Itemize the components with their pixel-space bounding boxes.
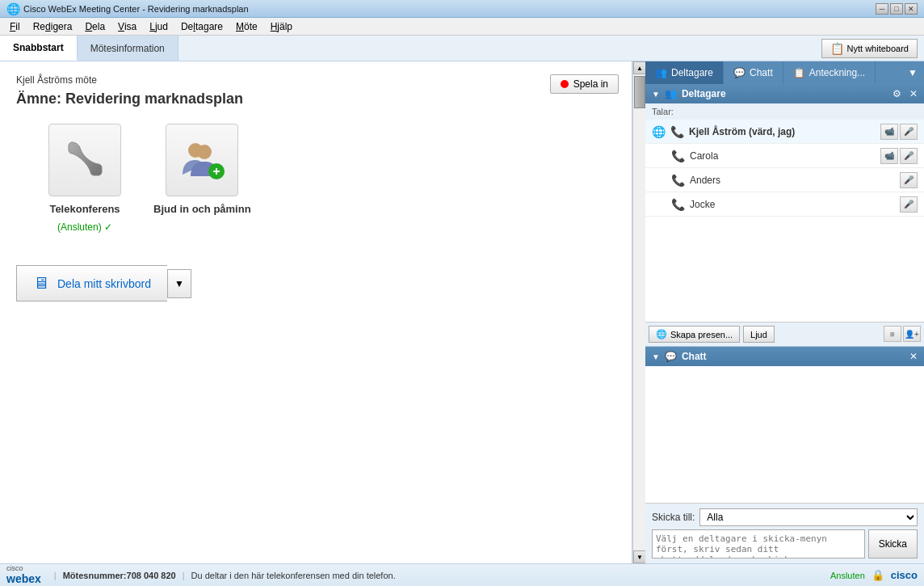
mute-btn[interactable]: 🎤	[900, 172, 918, 188]
participant-row: 📞 Jocke 🎤	[645, 192, 924, 217]
add-participant-button[interactable]: 👤+	[903, 326, 921, 342]
chat-title: Chatt	[682, 351, 905, 362]
message-input[interactable]	[652, 529, 865, 559]
menu-fil[interactable]: Fil	[3, 19, 27, 34]
scroll-track	[633, 74, 645, 550]
panel-tab-anteckning[interactable]: 📋 Anteckning...	[783, 61, 876, 84]
content-scrollbar[interactable]: ▲ ▼	[632, 61, 645, 563]
chat-header: ▼ 💬 Chatt ✕	[645, 347, 924, 366]
participant-controls: 📹 🎤	[880, 148, 918, 164]
menu-deltagare[interactable]: Deltagare	[174, 19, 229, 34]
menu-redigera[interactable]: Redigera	[27, 19, 79, 34]
deltagare-section-title: Deltagare	[682, 88, 888, 99]
deltagare-tab-label: Deltagare	[671, 67, 713, 78]
chatt-tab-label: Chatt	[750, 67, 773, 78]
send-button[interactable]: Skicka	[868, 529, 918, 559]
meeting-number: Mötesnummer:708 040 820	[63, 571, 176, 580]
status-separator2: |	[183, 571, 185, 580]
menu-visa[interactable]: Visa	[111, 19, 143, 34]
share-container: 🖥 Dela mitt skrivbord ▼	[16, 265, 615, 301]
right-panel: 👥 Deltagare 💬 Chatt 📋 Anteckning... ▼ ▼ …	[645, 61, 924, 563]
menu-ljud[interactable]: Ljud	[143, 19, 174, 34]
panel-tabs: 👥 Deltagare 💬 Chatt 📋 Anteckning... ▼	[645, 61, 924, 84]
participant-name: Kjell Åström (värd, jag)	[689, 126, 876, 137]
phone-icon: 📞	[671, 150, 685, 162]
scroll-up-button[interactable]: ▲	[633, 61, 646, 74]
participant-name: Jocke	[690, 199, 895, 210]
participant-row: 🌐 📞 Kjell Åström (värd, jag) 📹 🎤	[645, 120, 924, 144]
telekonferens-label: Telekonferens	[49, 203, 120, 215]
telekonferens-item[interactable]: Telekonferens (Ansluten) ✓	[48, 124, 121, 233]
talar-label: Talar:	[645, 103, 924, 120]
telekonferens-status: (Ansluten) ✓	[57, 221, 112, 233]
list-view-button[interactable]: ≡	[884, 326, 901, 342]
send-to-label: Skicka till:	[652, 512, 695, 523]
app-icon: 🌐	[6, 2, 20, 15]
participant-name: Anders	[690, 175, 895, 186]
collapse-chat-icon[interactable]: ▼	[652, 352, 660, 361]
minimize-button[interactable]: ─	[876, 3, 888, 15]
scroll-thumb[interactable]	[634, 76, 645, 108]
status-bar: cisco webex | Mötesnummer:708 040 820 | …	[0, 563, 924, 586]
window-controls: ─ □ ✕	[876, 3, 918, 15]
participant-list: 🌐 📞 Kjell Åström (värd, jag) 📹 🎤 📞 Carol…	[645, 120, 924, 322]
close-chat-icon[interactable]: ✕	[909, 351, 918, 362]
secure-icon: 🔒	[872, 569, 884, 581]
invite-icon	[176, 134, 228, 186]
menu-mote[interactable]: Möte	[229, 19, 264, 34]
tab-motesinformation[interactable]: Mötesinformation	[78, 36, 178, 61]
participant-name: Carola	[690, 150, 876, 162]
participant-row: 📞 Carola 📹 🎤	[645, 144, 924, 168]
phone-icon: 📞	[670, 125, 684, 138]
mute-btn[interactable]: 🎤	[900, 196, 918, 213]
panel-tab-deltagare[interactable]: 👥 Deltagare	[645, 61, 724, 84]
dropdown-arrow-icon: ▼	[174, 278, 184, 289]
video-btn[interactable]: 📹	[880, 148, 898, 164]
chatt-tab-icon: 💬	[733, 67, 746, 78]
present-icon: 🌐	[656, 329, 667, 339]
close-button[interactable]: ✕	[905, 3, 918, 15]
menu-hjalp[interactable]: Hjälp	[264, 19, 299, 34]
empty-participant-space	[645, 217, 924, 322]
settings-icon[interactable]: ⚙	[892, 88, 901, 99]
collapse-arrow-icon[interactable]: ▼	[652, 90, 660, 99]
scroll-down-button[interactable]: ▼	[633, 550, 646, 563]
video-btn[interactable]: 📹	[880, 124, 898, 140]
deltagare-header: ▼ 👥 Deltagare ⚙ ✕	[645, 84, 924, 103]
share-desktop-button[interactable]: 🖥 Dela mitt skrivbord	[16, 265, 167, 301]
status-separator: |	[54, 571, 57, 580]
maximize-button[interactable]: □	[890, 3, 903, 15]
panel-tabs-more[interactable]: ▼	[901, 61, 924, 84]
ljud-button[interactable]: Ljud	[743, 326, 775, 343]
globe-icon: 🌐	[652, 125, 666, 138]
anteckning-tab-label: Anteckning...	[809, 67, 865, 78]
menu-bar: Fil Redigera Dela Visa Ljud Deltagare Mö…	[0, 18, 924, 36]
status-info-text: Du deltar i den här telekonferensen med …	[191, 571, 396, 580]
deltagare-section: ▼ 👥 Deltagare ⚙ ✕ Talar: 🌐 📞 Kjell Åströ…	[645, 84, 924, 347]
whiteboard-button[interactable]: 📋 Nytt whiteboard	[821, 39, 918, 58]
invite-item[interactable]: Bjud in och påminn	[153, 124, 251, 233]
connected-status: Ansluten	[830, 571, 865, 580]
skapa-presentation-button[interactable]: 🌐 Skapa presen...	[649, 326, 740, 343]
tab-snabbstart[interactable]: Snabbstart	[0, 36, 78, 61]
webex-text: webex	[6, 573, 41, 585]
deltagare-header-icon: 👥	[665, 88, 677, 99]
participant-controls: 🎤	[900, 196, 918, 213]
record-button[interactable]: Spela in	[550, 74, 619, 94]
phone-icon	[59, 134, 111, 186]
mute-btn[interactable]: 🎤	[900, 124, 918, 140]
svg-point-1	[197, 145, 212, 159]
toolbar: Snabbstart Mötesinformation 📋 Nytt white…	[0, 36, 924, 61]
anteckning-tab-icon: 📋	[793, 67, 805, 78]
menu-dela[interactable]: Dela	[78, 19, 111, 34]
mute-btn[interactable]: 🎤	[900, 148, 918, 164]
close-deltagare-icon[interactable]: ✕	[909, 88, 918, 99]
phone-icon: 📞	[671, 174, 685, 187]
share-dropdown-button[interactable]: ▼	[167, 269, 191, 298]
panel-tab-chatt[interactable]: 💬 Chatt	[724, 61, 783, 84]
content-area: Spela in Kjell Åströms möte Ämne: Revide…	[0, 61, 632, 563]
send-to-row: Skicka till: Alla	[652, 508, 918, 526]
participant-row: 📞 Anders 🎤	[645, 168, 924, 192]
send-to-select[interactable]: Alla	[699, 508, 918, 526]
monitor-icon: 🖥	[33, 274, 49, 293]
